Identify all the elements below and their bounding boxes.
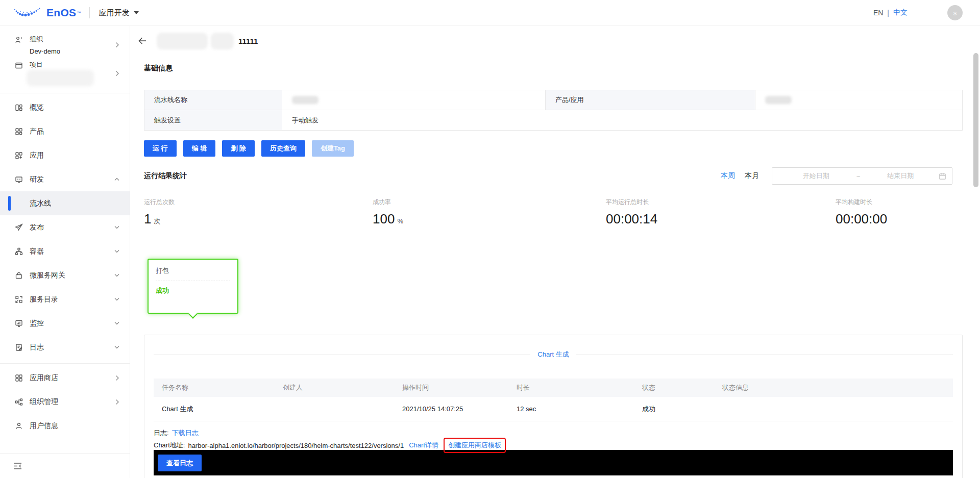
sidebar-item-monitoring[interactable]: 监控: [0, 311, 130, 335]
tab-this-week[interactable]: 本周: [721, 171, 735, 181]
organization-value: Dev-demo: [30, 47, 60, 55]
organization-label: 组织: [30, 35, 60, 44]
chevron-down-icon: [114, 273, 119, 277]
col-duration: 时长: [508, 383, 634, 392]
sidebar-item-overview[interactable]: 概览: [0, 95, 130, 119]
divider-line: [576, 355, 953, 355]
history-query-button[interactable]: 历史查询: [261, 140, 305, 157]
gateway-lock-icon: [15, 271, 23, 280]
sidebar-item-microservice-gateway[interactable]: 微服务网关: [0, 263, 130, 287]
log-console: 查看日志: [154, 450, 953, 475]
language-zh[interactable]: 中文: [893, 8, 908, 17]
chevron-right-icon: [115, 375, 119, 381]
delete-button[interactable]: 删 除: [222, 140, 255, 157]
stat-unit: 次: [154, 217, 160, 226]
chevron-down-icon: [114, 297, 119, 301]
stage-detail-panel: Chart 生成 任务名称 创建人 操作时间 时长 状态 状态信息 Chart …: [144, 335, 963, 478]
product-app-value: [755, 90, 962, 110]
products-icon: [15, 128, 23, 136]
page-title: 11111: [238, 37, 258, 45]
trigger-setting-value: 手动触发: [282, 110, 962, 130]
topbar: EnOS™ 应用开发 EN | 中文 s: [0, 0, 980, 26]
sidebar-item-organization[interactable]: 组织 Dev-demo: [0, 32, 130, 58]
chevron-right-icon: [115, 42, 119, 48]
sidebar-item-label: 服务目录: [30, 295, 58, 304]
chart-detail-link[interactable]: Chart详情: [409, 441, 438, 450]
col-operation-time: 操作时间: [394, 383, 508, 392]
sidebar-item-app-store[interactable]: 应用商店: [0, 366, 130, 390]
calendar-icon: [939, 172, 946, 180]
caret-down-icon: [134, 11, 139, 14]
release-icon: [15, 223, 23, 232]
run-stats-header: 运行结果统计 本周 本月 开始日期 ~ 结束日期: [144, 167, 963, 185]
enos-logo[interactable]: EnOS™: [13, 6, 81, 19]
chart-address-label: Chart地址:: [154, 441, 185, 450]
app-switcher-dropdown[interactable]: 应用开发: [99, 8, 139, 18]
language-en[interactable]: EN: [873, 9, 883, 17]
sidebar-item-label: 用户信息: [30, 421, 58, 431]
sidebar-item-service-catalog[interactable]: 服务目录: [0, 287, 130, 311]
create-tag-button[interactable]: 创建Tag: [312, 140, 354, 157]
sidebar-item-label: 应用商店: [30, 373, 58, 383]
stage-divider: Chart 生成: [154, 350, 953, 359]
user-avatar[interactable]: s: [947, 5, 963, 20]
stat-success-rate: 成功率 100%: [373, 198, 606, 227]
redacted-breadcrumb: [211, 33, 234, 49]
sidebar-item-label: 概览: [30, 103, 44, 112]
col-status: 状态: [634, 383, 714, 392]
view-log-button[interactable]: 查看日志: [158, 455, 202, 471]
page-header: 11111: [136, 31, 963, 51]
chevron-down-icon: [114, 321, 119, 325]
chart-generate-link[interactable]: Chart 生成: [537, 350, 569, 359]
log-label: 日志:: [154, 429, 169, 438]
sidebar-item-label: 微服务网关: [30, 271, 65, 280]
selected-indicator-bar: [8, 196, 11, 211]
sidebar-item-label: 容器: [30, 247, 44, 256]
organization-icon: [15, 36, 23, 44]
create-store-template-link[interactable]: 创建应用商店模板: [448, 441, 501, 450]
brand-trademark: ™: [77, 11, 81, 15]
sidebar-item-pipeline[interactable]: 流水线: [0, 191, 130, 215]
run-button[interactable]: 运 行: [144, 140, 177, 157]
back-button[interactable]: [136, 35, 149, 47]
date-range-picker[interactable]: 开始日期 ~ 结束日期: [772, 167, 952, 185]
task-table: 任务名称 创建人 操作时间 时长 状态 状态信息 Chart 生成 2021/1…: [154, 379, 953, 421]
sidebar-item-products[interactable]: 产品: [0, 119, 130, 143]
sidebar-item-org-management[interactable]: 组织管理: [0, 390, 130, 414]
collapse-sidebar-icon[interactable]: [13, 462, 22, 470]
edit-button[interactable]: 编 辑: [183, 140, 216, 157]
sidebar-item-project[interactable]: 项目: [0, 58, 130, 89]
chart-address-line: Chart地址: harbor-alpha1.eniot.io/harbor/p…: [154, 441, 953, 450]
sidebar-divider: [0, 93, 130, 93]
pipeline-stage-node[interactable]: 打包 成功: [148, 259, 238, 314]
app-store-icon: [15, 374, 23, 382]
avatar-letter: s: [953, 9, 957, 17]
sidebar-item-label: 流水线: [30, 199, 51, 208]
sidebar-item-label: 日志: [30, 343, 44, 352]
pipeline-name-value: [282, 90, 545, 110]
sidebar-item-release[interactable]: 发布: [0, 215, 130, 239]
task-table-header: 任务名称 创建人 操作时间 时长 状态 状态信息: [154, 379, 953, 397]
sidebar-item-user-info[interactable]: 用户信息: [0, 414, 130, 438]
table-row: Chart 生成 2021/10/25 14:07:25 12 sec 成功: [154, 397, 953, 421]
download-log-link[interactable]: 下载日志: [172, 429, 199, 438]
sidebar-divider: [0, 363, 130, 364]
project-label: 项目: [30, 60, 94, 69]
sidebar-item-label: 组织管理: [30, 397, 58, 407]
org-management-icon: [15, 398, 23, 406]
pipeline-flow-area: 打包 成功: [144, 259, 963, 316]
chevron-up-icon: [114, 178, 119, 181]
sidebar-item-development[interactable]: 研发: [0, 167, 130, 191]
sidebar-item-containers[interactable]: 容器: [0, 239, 130, 263]
sidebar-item-label: 监控: [30, 319, 44, 328]
tab-this-month[interactable]: 本月: [745, 171, 759, 181]
overview-icon: [15, 104, 23, 112]
user-icon: [15, 422, 23, 430]
chevron-down-icon: [114, 249, 119, 253]
start-date-placeholder: 开始日期: [778, 171, 854, 181]
sidebar-item-applications[interactable]: 应用: [0, 143, 130, 167]
col-creator: 创建人: [275, 383, 394, 392]
scrollbar-thumb[interactable]: [973, 53, 978, 187]
brand-text: EnOS: [46, 7, 76, 19]
sidebar-item-logs[interactable]: 日志: [0, 335, 130, 359]
